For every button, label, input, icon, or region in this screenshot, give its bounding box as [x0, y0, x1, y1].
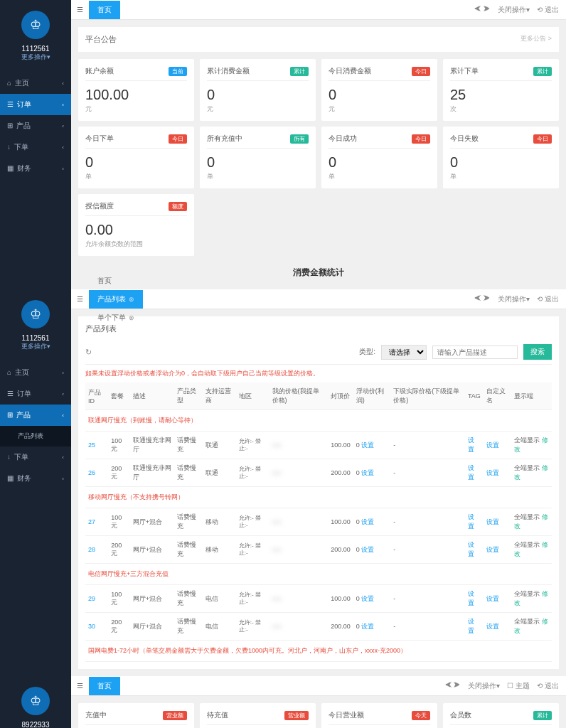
tab-home[interactable]: 首页: [89, 677, 120, 695]
close-icon[interactable]: ⊗: [129, 296, 134, 303]
sidebar-item[interactable]: ⊞产品‹: [0, 405, 71, 426]
card-unit: 元: [329, 105, 430, 114]
card-title: 今日消费金额: [329, 66, 371, 76]
close-icon[interactable]: ⊗: [129, 314, 134, 321]
panel-products: ♔ 1112561 更多操作▾ ⌂主页‹☰订单‹⊞产品‹产品列表↓下单‹▦财务‹…: [0, 289, 566, 676]
logout-button[interactable]: ⟲ 退出: [537, 294, 559, 304]
sidebar-item[interactable]: ⊞产品‹: [0, 115, 71, 136]
panel-user-dashboard: ♔ 1112561 更多操作▾ ⌂主页‹☰订单‹⊞产品‹↓下单‹▦财务‹ ☰ 首…: [0, 0, 566, 289]
table-header: 浮动价(利润): [353, 382, 390, 410]
product-id[interactable]: 29: [85, 585, 108, 613]
card-title: 授信额度: [85, 201, 114, 211]
nav-arrows[interactable]: ⮜ ⮞: [445, 681, 461, 691]
sidebar-item[interactable]: ⌂主页‹: [0, 73, 71, 94]
sidebar-item[interactable]: ▦财务‹: [0, 468, 71, 489]
set-link[interactable]: 设置: [361, 623, 374, 630]
group-name: 联通网厅慢充（到账慢，请耐心等待）: [85, 410, 552, 432]
chevron-icon: ‹: [62, 370, 64, 376]
close-ops[interactable]: 关闭操作▾: [468, 681, 500, 691]
stat-card: 会员数累计0个: [443, 703, 559, 728]
cname-link[interactable]: 设置: [486, 469, 499, 476]
tab[interactable]: 产品列表 ⊗: [89, 290, 143, 309]
product-id[interactable]: 30: [85, 613, 108, 641]
nav-arrows[interactable]: ⮜ ⮞: [474, 5, 491, 15]
nav-icon: ↓: [7, 453, 11, 461]
set-link[interactable]: 设置: [361, 441, 374, 449]
type-label: 类型:: [359, 347, 375, 357]
edit-link[interactable]: 修改: [514, 618, 548, 634]
more-actions[interactable]: 更多操作▾: [0, 53, 71, 62]
cname-link[interactable]: 设置: [486, 441, 499, 449]
product-id[interactable]: 27: [85, 508, 108, 536]
cname-link[interactable]: 设置: [486, 595, 499, 602]
edit-link[interactable]: 修改: [514, 464, 548, 481]
products-box: 产品列表 ↻ 类型: 请选择 搜索 如果未设置浮动价格或者浮动介为0，会自动取下…: [78, 316, 559, 669]
close-ops[interactable]: 关闭操作▾: [498, 5, 530, 15]
tag-link[interactable]: 设置: [468, 513, 474, 530]
logout-button[interactable]: ⟲ 退出: [537, 681, 559, 691]
set-link[interactable]: 设置: [361, 546, 374, 553]
set-link[interactable]: 设置: [361, 469, 374, 476]
sidebar-toggle-icon[interactable]: ☰: [71, 6, 89, 14]
nav-icon: ↓: [7, 143, 11, 151]
search-input[interactable]: [432, 346, 518, 359]
sidebar-toggle-icon[interactable]: ☰: [71, 682, 89, 690]
card-value: 0: [329, 87, 430, 103]
notice-bar: 平台公告 更多公告 >: [78, 27, 559, 52]
search-button[interactable]: 搜索: [523, 344, 552, 360]
group-name: 移动网厅慢充（不支持携号转网）: [85, 487, 552, 508]
table-header: 套餐: [108, 382, 130, 410]
product-id[interactable]: 25: [85, 432, 108, 459]
notice-more[interactable]: 更多公告 >: [520, 34, 552, 45]
product-id[interactable]: 28: [85, 536, 108, 564]
cname-link[interactable]: 设置: [486, 623, 499, 630]
sidebar: ♔ 8922933 超级管理员▾ ⌂主页‹⚙系统‹👥用户‹▦内容‹☰套餐‹💬微信…: [0, 676, 71, 728]
product-id[interactable]: 26: [85, 459, 108, 487]
tab-home[interactable]: 首页: [89, 1, 120, 19]
edit-link[interactable]: 修改: [514, 513, 548, 530]
sidebar-item[interactable]: 产品列表: [0, 426, 71, 446]
set-link[interactable]: 设置: [361, 518, 374, 525]
sidebar-toggle-icon[interactable]: ☰: [71, 295, 89, 303]
edit-link[interactable]: 修改: [514, 590, 548, 606]
section-title: 消费金额统计: [71, 256, 566, 289]
edit-link[interactable]: 修改: [514, 541, 548, 557]
card-badge: 累计: [290, 67, 309, 76]
sidebar-item[interactable]: ↓下单‹: [0, 136, 71, 158]
card-title: 今日下单: [85, 134, 114, 144]
refresh-icon[interactable]: ↻: [85, 348, 92, 357]
stat-card: 今日消费金额今日0元: [321, 59, 437, 121]
more-actions[interactable]: 更多操作▾: [0, 342, 71, 351]
tag-link[interactable]: 设置: [468, 437, 474, 453]
nav-arrows[interactable]: ⮜ ⮞: [474, 294, 491, 304]
tag-link[interactable]: 设置: [468, 541, 474, 557]
close-ops[interactable]: 关闭操作▾: [498, 294, 530, 304]
table-header: 显示端: [511, 382, 552, 410]
chevron-icon: ‹: [62, 391, 64, 397]
cname-link[interactable]: 设置: [486, 518, 499, 525]
sidebar-item[interactable]: ☰订单‹: [0, 94, 71, 115]
chevron-icon: ‹: [62, 454, 64, 461]
table-header: 下级实际价格(下级提单价格): [390, 382, 465, 410]
notice-title: 平台公告: [85, 34, 117, 45]
sidebar-item[interactable]: ⌂主页‹: [0, 362, 71, 383]
tag-link[interactable]: 设置: [468, 590, 474, 606]
table-row: 29 100元 网厅+混合 话费慢充 电信 允许:- 禁止:- xxx 100.…: [85, 585, 552, 613]
sidebar-item[interactable]: ▦财务‹: [0, 158, 71, 179]
table-row: 25 100元 联通慢充非网厅 话费慢充 联通 允许:- 禁止:- xxx 10…: [85, 432, 552, 459]
sidebar-item[interactable]: ☰订单‹: [0, 383, 71, 405]
logout-button[interactable]: ⟲ 退出: [537, 5, 559, 15]
theme-toggle[interactable]: ☐ 主题: [507, 681, 530, 691]
table-header: 地区: [236, 382, 269, 410]
sidebar-item[interactable]: ↓下单‹: [0, 446, 71, 468]
tag-link[interactable]: 设置: [468, 464, 474, 481]
set-link[interactable]: 设置: [361, 595, 374, 602]
type-select[interactable]: 请选择: [381, 345, 427, 360]
tag-link[interactable]: 设置: [468, 618, 474, 634]
sidebar: ♔ 1112561 更多操作▾ ⌂主页‹☰订单‹⊞产品‹产品列表↓下单‹▦财务‹: [0, 289, 71, 676]
table-header: 描述: [130, 382, 175, 410]
logo-icon: ♔: [21, 687, 50, 715]
edit-link[interactable]: 修改: [514, 437, 548, 453]
tab[interactable]: 首页: [89, 272, 143, 290]
cname-link[interactable]: 设置: [486, 546, 499, 553]
